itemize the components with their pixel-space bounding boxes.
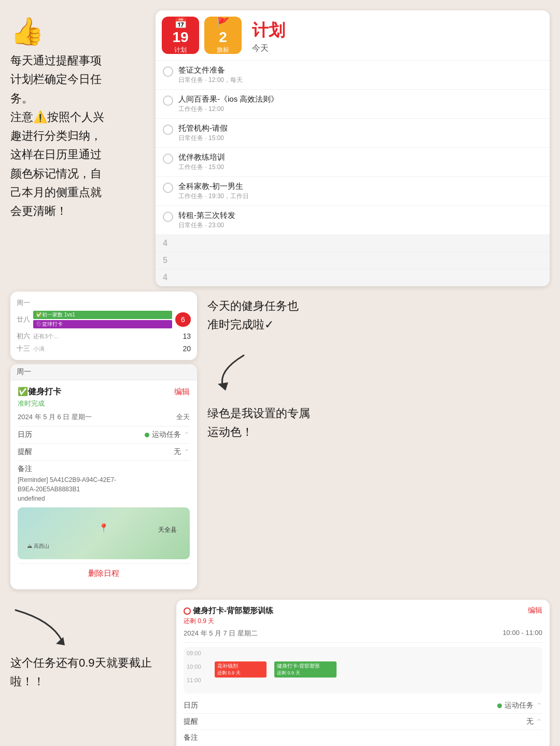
event2-deadline: 还剩 0.9 天	[184, 617, 542, 626]
notes-label: 备注	[18, 464, 190, 474]
cal-events-area: 小满	[30, 345, 175, 353]
flag-icon: 🚩	[217, 17, 230, 29]
bottom-left-text: 这个任务还有0.9天就要截止啦！！	[10, 654, 166, 692]
reminders-top-bar: 📅 19 计划 🚩 2 旗标 计划 今天	[156, 10, 550, 61]
cal-field-label: 日历	[184, 701, 198, 710]
reminder-field-label: 提醒	[18, 447, 32, 457]
item-sub: 工作任务 · 12:00	[178, 105, 278, 114]
event-calendar-field: 日历 运动任务 ⌃	[18, 426, 190, 444]
map-mountain-icon: ⛰	[27, 543, 32, 549]
reminder-field-value: 无 ⌃	[174, 447, 190, 457]
week-label: 十三	[17, 344, 30, 353]
tl-event-sub: 还剩 0.9 天	[217, 670, 264, 676]
event2-title: 健身打卡-背部塑形训练	[184, 606, 273, 616]
item-circle	[163, 125, 173, 135]
event-map[interactable]: 📍 天全县 ⛰ 高西山	[18, 507, 190, 559]
reminders-panel: 📅 19 计划 🚩 2 旗标 计划 今天	[156, 10, 550, 286]
count-item: 5	[156, 252, 550, 269]
reminders-main-title: 计划	[252, 19, 285, 42]
cal-day-num: 20	[175, 344, 191, 353]
holiday-label: 小满	[33, 345, 172, 353]
tl-event2-sub: 还剩 0.9 天	[277, 670, 334, 676]
event2-reminder-field: 提醒 无 ⌃	[184, 714, 542, 730]
cal-week-row[interactable]: 十三 小满 20	[17, 342, 191, 355]
cal-events-area: 还有3个...	[30, 333, 175, 340]
item-title: 转租-第三次转发	[178, 211, 235, 220]
item-circle	[163, 183, 173, 193]
event-weekday: 周一	[17, 367, 31, 377]
tl-event-label: 花补钱剂	[217, 662, 264, 670]
notes-label-2: 备注	[184, 733, 542, 742]
item-title: 优伴教练培训	[178, 153, 225, 162]
list-item[interactable]: 人间百香果-《ios 高效法则》 工作任务 · 12:00	[156, 90, 550, 119]
item-text: 优伴教练培训 工作任务 · 15:00	[178, 153, 225, 172]
bottom-left-annotation: 这个任务还有0.9天就要截止啦！！	[10, 600, 166, 692]
reminder-field-value2: 无 ⌃	[526, 717, 542, 726]
list-item[interactable]: 托管机构-请假 日常任务 · 15:00	[156, 119, 550, 148]
event2-calendar-field: 日历 运动任务 ⌃	[184, 698, 542, 714]
reminders-title-area: 计划 今天	[247, 19, 285, 54]
item-circle	[163, 154, 173, 164]
item-text: 托管机构-请假 日常任务 · 15:00	[178, 123, 228, 143]
arrow-svg-1	[207, 350, 249, 392]
cal-day-num: 6	[175, 312, 191, 327]
event2-time: 10:00 - 11:00	[502, 629, 542, 638]
event2-circle-icon	[184, 607, 191, 615]
notes-value-2[interactable]: [Reminder] 835B06DD- C7C3-4AA2-8C8F-7DE0…	[184, 744, 542, 746]
cal-event-tag: ✅初一家数 1vs1	[33, 311, 172, 319]
event-edit-button[interactable]: 编辑	[174, 387, 190, 397]
event-notes-section: 备注 [Reminder] 5A41C2B9-A94C-42E7- B9EA-2…	[18, 464, 190, 503]
event-title: ✅健身打卡	[18, 386, 61, 397]
event2-edit-button[interactable]: 编辑	[528, 606, 542, 615]
cal-header-row: 周一	[17, 297, 191, 309]
item-circle	[163, 95, 173, 106]
chevron-icon2: ⌃	[184, 448, 190, 456]
item-text: 人间百香果-《ios 高效法则》 工作任务 · 12:00	[178, 94, 278, 114]
timeline-hour: 11:00	[187, 677, 201, 683]
list-item[interactable]: 转租-第三次转发 日常任务 · 23:00	[156, 206, 550, 235]
item-sub: 工作任务 · 19:30，工作日	[178, 192, 249, 201]
event-detail-header: 周一	[10, 364, 197, 380]
reminder-value-text: 无	[174, 447, 181, 457]
reminders-count-section: 4 5 4	[156, 235, 550, 286]
chevron-icon4: ⌃	[536, 717, 542, 726]
top-left-annotation: 👍 每天通过提醒事项 计划栏确定今日任 务。 注意⚠️按照个人兴 趣进行分类归纳…	[10, 10, 145, 286]
tl-event2-label: 健身打卡-背部塑形	[277, 662, 334, 670]
calendar-icon: 📅	[174, 17, 187, 29]
svg-marker-0	[218, 382, 228, 391]
annotation-green-color: 绿色是我设置的专属 运动色！	[207, 404, 550, 442]
plan-label: 计划	[174, 46, 187, 54]
delete-event-button[interactable]: 删除日程	[18, 563, 190, 583]
top-left-text: 每天通过提醒事项 计划栏确定今日任 务。 注意⚠️按照个人兴 趣进行分类归纳， …	[10, 51, 145, 221]
green-dot-2	[497, 703, 502, 708]
event2-date: 2024 年 5 月 7 日 星期二	[184, 629, 258, 638]
arrow-svg-2	[10, 605, 73, 646]
plan-icon-block[interactable]: 📅 19 计划	[162, 17, 199, 54]
calendar-field-value: 运动任务 ⌃	[145, 430, 190, 439]
cal-week-row[interactable]: 初六 还有3个... 13	[17, 330, 191, 342]
flag-icon-block[interactable]: 🚩 2 旗标	[204, 17, 242, 54]
event2-notes-section: 备注 [Reminder] 835B06DD- C7C3-4AA2-8C8F-7…	[184, 733, 542, 746]
item-sub: 日常任务 · 23:00	[178, 221, 235, 230]
cal-week-row[interactable]: 廿八 ✅初一家数 1vs1 🟣篮球打卡 6	[17, 309, 191, 330]
item-text: 全科家教-初一男生 工作任务 · 19:30，工作日	[178, 182, 249, 201]
list-item[interactable]: 优伴教练培训 工作任务 · 15:00	[156, 148, 550, 177]
event-date-line: 2024 年 5 月 6 日 星期一 全天	[18, 412, 190, 426]
reminder-field-label2: 提醒	[184, 717, 198, 726]
map-city-label: 天全县	[158, 526, 177, 534]
item-circle	[163, 212, 173, 222]
list-item[interactable]: 签证文件准备 日常任务 · 12:00，每天	[156, 61, 550, 90]
cal-field-value: 运动任务 ⌃	[497, 701, 542, 710]
count-item: 4	[156, 269, 550, 286]
event-status: 准时完成	[18, 399, 190, 408]
mini-calendar-card: 周一 廿八 ✅初一家数 1vs1 🟣篮球打卡 6 初六	[10, 292, 197, 360]
count-item: 4	[156, 235, 550, 252]
event-detail-card-2: 健身打卡-背部塑形训练 编辑 还剩 0.9 天 2024 年 5 月 7 日 星…	[176, 600, 550, 746]
calendar-value-text: 运动任务	[152, 430, 181, 439]
map-pin-icon: 📍	[99, 523, 109, 533]
mid-right-annotations: 今天的健身任务也 准时完成啦✓ 绿色是我设置的专属 运动色！	[207, 292, 550, 441]
list-item[interactable]: 全科家教-初一男生 工作任务 · 19:30，工作日	[156, 177, 550, 206]
chevron-icon3: ⌃	[536, 701, 542, 710]
plan-count: 19	[172, 29, 188, 46]
event2-title-row: 健身打卡-背部塑形训练 编辑	[184, 606, 542, 616]
